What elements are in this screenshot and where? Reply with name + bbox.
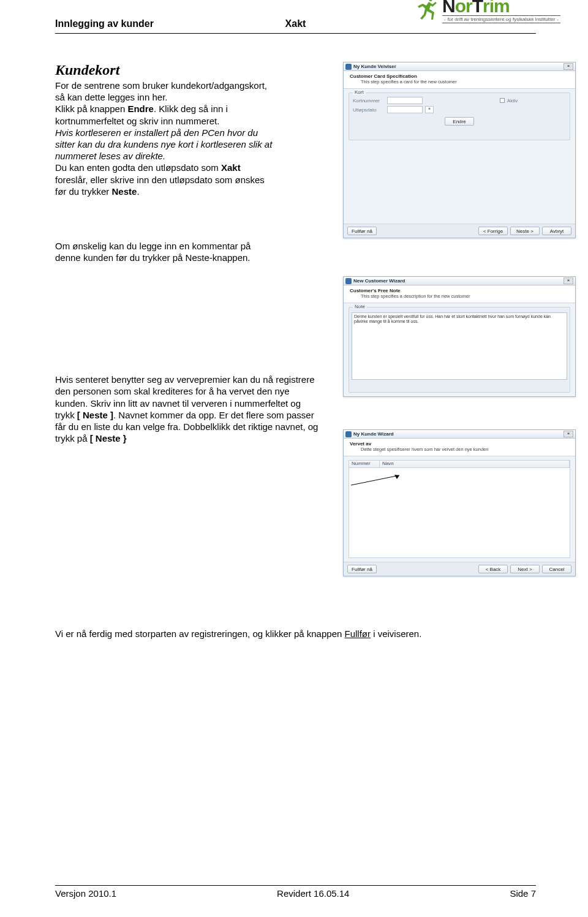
runner-icon bbox=[415, 0, 440, 25]
list-header: Nummer Navn bbox=[349, 461, 570, 468]
next-button[interactable]: Next > bbox=[510, 565, 540, 573]
footer-page: Side 7 bbox=[510, 888, 536, 899]
wizard-window-note: New Customer Wizard × Customer's Free No… bbox=[343, 276, 576, 397]
verver-list[interactable]: Nummer Navn bbox=[349, 460, 570, 558]
nortrim-logo: NorTrim - for drift av treningssentere o… bbox=[415, 0, 560, 25]
aktiv-checkbox[interactable] bbox=[500, 98, 505, 103]
paragraph-1: For de sentrene som bruker kundekort/adg… bbox=[55, 80, 276, 197]
window-title: Ny Kunde Veiviser bbox=[353, 64, 564, 69]
label-aktiv: Aktiv bbox=[507, 98, 539, 104]
next-button[interactable]: Neste > bbox=[510, 227, 540, 235]
app-icon bbox=[345, 64, 352, 70]
window-title: New Customer Wizard bbox=[353, 278, 564, 284]
close-icon[interactable]: × bbox=[564, 277, 573, 284]
app-icon bbox=[345, 431, 352, 437]
header-mid: Xakt bbox=[285, 18, 306, 29]
cancel-button[interactable]: Avbryt bbox=[542, 227, 571, 235]
paragraph-4: Vi er nå ferdig med storparten av regist… bbox=[55, 628, 536, 640]
wizard-footer: Fullfør nå < Back Next > Cancel bbox=[344, 562, 575, 576]
footer-version: Versjon 2010.1 bbox=[55, 888, 116, 899]
close-icon[interactable]: × bbox=[564, 63, 573, 70]
titlebar: Ny Kunde Wizard × bbox=[344, 430, 575, 439]
document-page: Innlegging av kunder Xakt NorTrim - for … bbox=[0, 0, 588, 917]
step-description: Customer's Free Note This step specifies… bbox=[344, 285, 575, 303]
label-kortnummer: Kortnummer bbox=[353, 98, 385, 104]
wizard-footer: Fullfør nå < Forrige Neste > Avbryt bbox=[344, 224, 575, 238]
date-picker-button[interactable]: + bbox=[425, 106, 434, 113]
page-footer: Versjon 2010.1 Revidert 16.05.14 Side 7 bbox=[55, 885, 536, 899]
note-textarea[interactable]: Denne kunden er spesielt verdifull for o… bbox=[352, 312, 567, 380]
titlebar: Ny Kunde Veiviser × bbox=[344, 62, 575, 71]
step-description: Customer Card Specification This step sp… bbox=[344, 71, 575, 89]
window-title: Ny Kunde Wizard bbox=[353, 431, 564, 437]
column-navn: Navn bbox=[380, 461, 570, 467]
utlopsdato-field[interactable] bbox=[387, 106, 423, 113]
back-button[interactable]: < Forrige bbox=[478, 227, 508, 235]
footer-revised: Revidert 16.05.14 bbox=[277, 888, 349, 899]
header-left: Innlegging av kunder bbox=[55, 18, 154, 29]
step-description: Vervet av Dette steget spesifiserer hvem… bbox=[344, 439, 575, 456]
logo-subtitle: - for drift av treningssentere og fysika… bbox=[442, 15, 560, 23]
svg-point-0 bbox=[429, 0, 432, 1]
titlebar: New Customer Wizard × bbox=[344, 277, 575, 285]
column-nummer: Nummer bbox=[349, 461, 380, 467]
back-button[interactable]: < Back bbox=[478, 565, 508, 573]
close-icon[interactable]: × bbox=[564, 431, 573, 437]
logo-wordmark: NorTrim bbox=[442, 0, 510, 14]
endre-button[interactable]: Endre bbox=[445, 117, 474, 126]
paragraph-2: Om ønskelig kan du legge inn en kommenta… bbox=[55, 240, 276, 263]
app-icon bbox=[345, 278, 352, 284]
content-area: Kundekort For de sentrene som bruker kun… bbox=[55, 62, 536, 640]
fullfor-button[interactable]: Fullfør nå bbox=[347, 227, 377, 235]
kortnummer-field[interactable] bbox=[387, 97, 423, 104]
fullfor-button[interactable]: Fullfør nå bbox=[347, 565, 377, 573]
label-utlopsdato: Utløpsdato bbox=[353, 107, 385, 113]
paragraph-3: Hvis senteret benytter seg av vervepremi… bbox=[55, 374, 318, 444]
wizard-window-card: Ny Kunde Veiviser × Customer Card Specif… bbox=[343, 62, 576, 238]
page-header: Innlegging av kunder Xakt NorTrim - for … bbox=[55, 18, 536, 34]
kort-group: Kort Kortnummer Aktiv Utløpsdato + bbox=[349, 92, 570, 140]
wizard-window-vervet: Ny Kunde Wizard × Vervet av Dette steget… bbox=[343, 429, 576, 576]
cancel-button[interactable]: Cancel bbox=[542, 565, 571, 573]
note-group: Note Denne kunden er spesielt verdifull … bbox=[349, 307, 570, 393]
